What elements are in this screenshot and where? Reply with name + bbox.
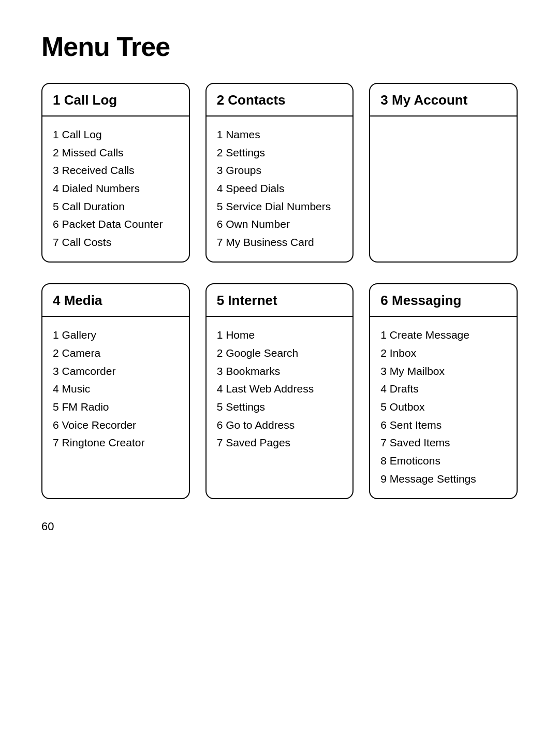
card-call-log: 1 Call Log1 Call Log2 Missed Calls3 Rece… bbox=[41, 83, 190, 263]
list-item: 2 Missed Calls bbox=[53, 144, 179, 162]
list-item: 1 Names bbox=[217, 126, 343, 144]
card-my-account: 3 My Account bbox=[369, 83, 518, 263]
list-item: 2 Google Search bbox=[217, 344, 343, 362]
list-item: 5 Call Duration bbox=[53, 198, 179, 216]
list-item: 4 Dialed Numbers bbox=[53, 180, 179, 198]
card-header-messaging: 6 Messaging bbox=[370, 284, 517, 317]
card-header-contacts: 2 Contacts bbox=[207, 84, 353, 117]
list-item: 3 Received Calls bbox=[53, 162, 179, 180]
row1-grid: 1 Call Log1 Call Log2 Missed Calls3 Rece… bbox=[41, 83, 518, 263]
card-body-media: 1 Gallery2 Camera3 Camcorder4 Music5 FM … bbox=[42, 317, 189, 462]
card-body-my-account bbox=[370, 117, 517, 136]
card-body-contacts: 1 Names2 Settings3 Groups4 Speed Dials5 … bbox=[207, 117, 353, 261]
card-body-internet: 1 Home2 Google Search3 Bookmarks4 Last W… bbox=[207, 317, 353, 462]
list-item: 3 Groups bbox=[217, 162, 343, 180]
list-item: 3 My Mailbox bbox=[380, 362, 506, 381]
card-header-media: 4 Media bbox=[42, 284, 189, 317]
page-number: 60 bbox=[41, 520, 518, 533]
list-item: 5 Settings bbox=[217, 398, 343, 416]
list-item: 6 Go to Address bbox=[217, 416, 343, 434]
list-item: 7 Call Costs bbox=[53, 234, 179, 252]
list-item: 7 Ringtone Creator bbox=[53, 434, 179, 452]
list-item: 6 Voice Recorder bbox=[53, 416, 179, 434]
card-header-call-log: 1 Call Log bbox=[42, 84, 189, 117]
card-internet: 5 Internet1 Home2 Google Search3 Bookmar… bbox=[205, 283, 354, 499]
page-title: Menu Tree bbox=[41, 31, 518, 62]
list-item: 7 Saved Pages bbox=[217, 434, 343, 452]
list-item: 3 Camcorder bbox=[53, 362, 179, 381]
list-item: 1 Call Log bbox=[53, 126, 179, 144]
list-item: 4 Music bbox=[53, 380, 179, 398]
list-item: 1 Create Message bbox=[380, 326, 506, 344]
list-item: 1 Home bbox=[217, 326, 343, 344]
list-item: 6 Packet Data Counter bbox=[53, 215, 179, 234]
card-header-internet: 5 Internet bbox=[207, 284, 353, 317]
card-contacts: 2 Contacts1 Names2 Settings3 Groups4 Spe… bbox=[205, 83, 354, 263]
card-messaging: 6 Messaging1 Create Message2 Inbox3 My M… bbox=[369, 283, 518, 499]
list-item: 3 Bookmarks bbox=[217, 362, 343, 381]
list-item: 2 Inbox bbox=[380, 344, 506, 362]
list-item: 8 Emoticons bbox=[380, 452, 506, 470]
card-body-messaging: 1 Create Message2 Inbox3 My Mailbox4 Dra… bbox=[370, 317, 517, 498]
list-item: 7 My Business Card bbox=[217, 234, 343, 252]
list-item: 5 Service Dial Numbers bbox=[217, 198, 343, 216]
card-media: 4 Media1 Gallery2 Camera3 Camcorder4 Mus… bbox=[41, 283, 190, 499]
list-item: 9 Message Settings bbox=[380, 470, 506, 488]
list-item: 1 Gallery bbox=[53, 326, 179, 344]
list-item: 2 Settings bbox=[217, 144, 343, 162]
list-item: 4 Last Web Address bbox=[217, 380, 343, 398]
list-item: 4 Drafts bbox=[380, 380, 506, 398]
list-item: 7 Saved Items bbox=[380, 434, 506, 452]
list-item: 2 Camera bbox=[53, 344, 179, 362]
list-item: 5 Outbox bbox=[380, 398, 506, 416]
list-item: 6 Sent Items bbox=[380, 416, 506, 434]
list-item: 6 Own Number bbox=[217, 215, 343, 234]
card-body-call-log: 1 Call Log2 Missed Calls3 Received Calls… bbox=[42, 117, 189, 261]
list-item: 4 Speed Dials bbox=[217, 180, 343, 198]
list-item: 5 FM Radio bbox=[53, 398, 179, 416]
card-header-my-account: 3 My Account bbox=[370, 84, 517, 117]
row2-grid: 4 Media1 Gallery2 Camera3 Camcorder4 Mus… bbox=[41, 283, 518, 499]
